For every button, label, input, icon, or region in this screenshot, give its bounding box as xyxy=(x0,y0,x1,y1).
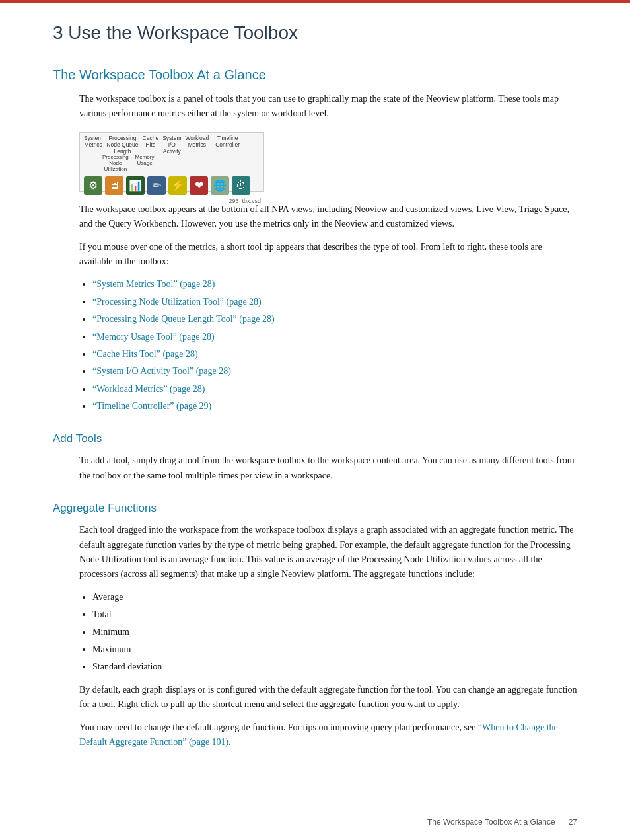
aggregate-item-3: Maximum xyxy=(92,644,131,654)
section3-para1: Each tool dragged into the workspace fro… xyxy=(53,523,577,582)
section1-para3: If you mouse over one of the metrics, a … xyxy=(53,240,577,270)
diag-label-system: SystemMetrics xyxy=(84,135,102,148)
list-item: “System Metrics Tool” (page 28) xyxy=(92,277,577,291)
chapter-number: 3 xyxy=(53,22,63,43)
diag-label-system-io: SystemI/OActivity xyxy=(162,135,181,155)
timeline-controller-icon: ⏱ xyxy=(232,176,250,195)
section1-title: The Workspace Toolbox At a Glance xyxy=(53,67,577,83)
list-item: Maximum xyxy=(92,642,577,657)
system-metrics-icon: ⚙ xyxy=(84,176,102,195)
chapter-title-text: Use the Workspace Toolbox xyxy=(68,22,298,43)
toolbox-link-0[interactable]: “System Metrics Tool” (page 28) xyxy=(92,279,215,289)
aggregate-list: Average Total Minimum Maximum Standard d… xyxy=(53,590,577,675)
add-tools-section: Add Tools To add a tool, simply drag a t… xyxy=(53,432,577,483)
diag-label-workload: WorkloadMetrics xyxy=(185,135,209,148)
system-io-icon: ❤ xyxy=(190,176,208,195)
section3-para3: You may need to change the default aggre… xyxy=(53,720,577,750)
aggregate-item-4: Standard deviation xyxy=(92,662,162,671)
toolbox-diagram: SystemMetrics ProcessingNode QueueLength… xyxy=(79,132,264,192)
proc-node-queue-icon: 📊 xyxy=(126,176,145,195)
list-item: “Processing Node Utilization Tool” (page… xyxy=(92,295,577,309)
section2-para1: To add a tool, simply drag a tool from t… xyxy=(53,453,577,483)
list-item: “Cache Hits Tool” (page 28) xyxy=(92,347,577,362)
footer-section-title: The Workspace Toolbox At a Glance xyxy=(427,818,555,827)
diagram-footer: 293_tbx.vsd xyxy=(80,198,263,204)
proc-node-util-icon: 🖥 xyxy=(105,176,123,195)
list-item: “System I/O Activity Tool” (page 28) xyxy=(92,364,577,379)
list-item: Standard deviation xyxy=(92,660,577,674)
page-container: 3 Use the Workspace Toolbox The Workspac… xyxy=(0,0,630,840)
memory-usage-icon: ✏ xyxy=(147,176,166,195)
aggregate-item-2: Minimum xyxy=(92,627,129,637)
toolbox-link-2[interactable]: “Processing Node Queue Length Tool” (pag… xyxy=(92,314,275,324)
page-footer: The Workspace Toolbox At a Glance 27 xyxy=(0,818,630,827)
aggregate-item-1: Total xyxy=(92,609,112,619)
footer-text: The Workspace Toolbox At a Glance 27 xyxy=(427,818,577,827)
toolbox-link-4[interactable]: “Cache Hits Tool” (page 28) xyxy=(92,349,198,359)
aggregate-functions-section: Aggregate Functions Each tool dragged in… xyxy=(53,502,577,749)
diag-sublabel-mem: MemoryUsage xyxy=(135,155,155,172)
section1-para2: The workspace toolbox appears at the bot… xyxy=(53,202,577,232)
toolbox-link-6[interactable]: “Workload Metrics” (page 28) xyxy=(92,384,205,394)
diag-sublabel-proc: ProcessingNodeUtilization xyxy=(102,155,129,172)
cache-hits-icon: ⚡ xyxy=(168,176,187,195)
aggregate-function-link[interactable]: “When to Change the Default Aggregate Fu… xyxy=(79,722,558,747)
icons-row: ⚙ 🖥 📊 ✏ ⚡ ❤ 🌐 ⏱ xyxy=(80,174,263,198)
list-item: Total xyxy=(92,607,577,622)
section3-para2: By default, each graph displays or is co… xyxy=(53,683,577,712)
page-number: 27 xyxy=(569,818,577,827)
list-item: Minimum xyxy=(92,625,577,640)
diag-label-timeline: TimelineController xyxy=(215,135,240,148)
list-item: “Processing Node Queue Length Tool” (pag… xyxy=(92,312,577,326)
toolbox-links-list: “System Metrics Tool” (page 28) “Process… xyxy=(53,277,577,414)
section3-title: Aggregate Functions xyxy=(53,502,577,515)
aggregate-item-0: Average xyxy=(92,592,123,602)
list-item: “Memory Usage Tool” (page 28) xyxy=(92,330,577,344)
workload-metrics-icon: 🌐 xyxy=(211,176,229,195)
toolbox-diagram-container: SystemMetrics ProcessingNode QueueLength… xyxy=(79,132,264,192)
section1-para1: The workspace toolbox is a panel of tool… xyxy=(53,92,577,122)
list-item: Average xyxy=(92,590,577,605)
toolbox-link-1[interactable]: “Processing Node Utilization Tool” (page… xyxy=(92,297,262,307)
diag-label-processing: ProcessingNode QueueLength xyxy=(106,135,138,155)
section2-title: Add Tools xyxy=(53,432,577,445)
toolbox-link-5[interactable]: “System I/O Activity Tool” (page 28) xyxy=(92,366,231,376)
list-item: “Timeline Controller” (page 29) xyxy=(92,399,577,414)
content-area: 3 Use the Workspace Toolbox The Workspac… xyxy=(0,3,630,797)
list-item: “Workload Metrics” (page 28) xyxy=(92,382,577,397)
diag-label-cache: CacheHits xyxy=(143,135,159,148)
toolbox-link-7[interactable]: “Timeline Controller” (page 29) xyxy=(92,401,211,411)
chapter-title: 3 Use the Workspace Toolbox xyxy=(53,22,577,49)
toolbox-link-3[interactable]: “Memory Usage Tool” (page 28) xyxy=(92,332,215,342)
